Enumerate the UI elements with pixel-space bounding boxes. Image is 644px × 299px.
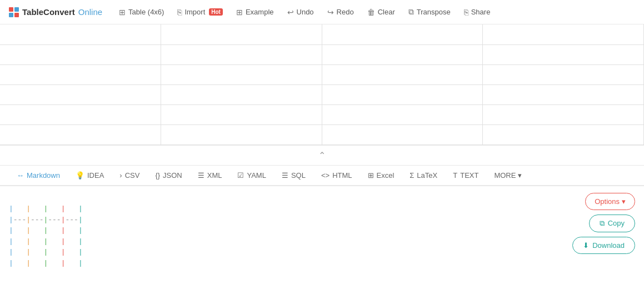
example-button[interactable]: ⊞ Example xyxy=(231,6,279,19)
collapse-button[interactable]: ⌃ xyxy=(307,149,337,162)
cell[interactable] xyxy=(322,124,483,144)
markdown-icon: ↔ xyxy=(17,171,24,180)
table-icon: ⊞ xyxy=(119,8,126,17)
header: TableConvert Online ⊞ Table (4x6) ⎘ Impo… xyxy=(0,0,644,24)
cell[interactable] xyxy=(322,44,483,64)
download-icon: ⬇ xyxy=(583,241,589,250)
idea-icon: 💡 xyxy=(76,171,84,180)
redo-icon: ↪ xyxy=(327,8,334,17)
cell[interactable] xyxy=(483,44,644,64)
cell[interactable] xyxy=(322,64,483,84)
cell[interactable] xyxy=(0,64,161,84)
cell[interactable] xyxy=(483,104,644,124)
table-container xyxy=(0,24,644,145)
cell[interactable] xyxy=(161,104,322,124)
cell[interactable] xyxy=(483,24,644,44)
copy-button[interactable]: ⧉ Copy xyxy=(589,215,635,232)
cell[interactable] xyxy=(0,24,161,44)
download-button[interactable]: ⬇ Download xyxy=(572,237,635,254)
redo-button[interactable]: ↪ Redo xyxy=(322,6,360,19)
import-button[interactable]: ⎘ Import Hot xyxy=(172,6,228,19)
cell[interactable] xyxy=(161,64,322,84)
cell[interactable] xyxy=(161,24,322,44)
tab-html[interactable]: <> HTML xyxy=(313,166,360,186)
cell[interactable] xyxy=(483,84,644,104)
options-button[interactable]: Options ▾ xyxy=(585,193,635,210)
cell[interactable] xyxy=(161,124,322,144)
logo-text-sub: Online xyxy=(78,7,102,17)
table-row xyxy=(0,104,644,124)
tab-idea[interactable]: 💡 IDEA xyxy=(68,166,112,186)
cell[interactable] xyxy=(0,104,161,124)
cell[interactable] xyxy=(0,124,161,144)
cell[interactable] xyxy=(322,104,483,124)
tab-latex[interactable]: Σ LaTeX xyxy=(402,166,445,186)
options-label: Options xyxy=(595,197,620,206)
table-row xyxy=(0,124,644,144)
output-code[interactable]: | | | | | |---|---|---|---| | | | | | | … xyxy=(9,193,563,285)
table-row xyxy=(0,44,644,64)
share-button[interactable]: ⎘ Share xyxy=(458,6,496,19)
table-row xyxy=(0,24,644,44)
spreadsheet-table[interactable] xyxy=(0,24,644,145)
text-icon: T xyxy=(453,171,457,180)
download-label: Download xyxy=(592,241,625,250)
yaml-icon: ☑ xyxy=(237,171,244,180)
chevron-down-icon: ▾ xyxy=(622,197,626,206)
tab-csv[interactable]: › CSV xyxy=(112,166,147,186)
cell[interactable] xyxy=(322,84,483,104)
cell[interactable] xyxy=(483,64,644,84)
output-actions: Options ▾ ⧉ Copy ⬇ Download xyxy=(563,193,635,285)
tab-markdown[interactable]: ↔ Markdown xyxy=(9,166,68,186)
latex-icon: Σ xyxy=(410,171,414,180)
tab-xml[interactable]: ☰ XML xyxy=(190,166,230,186)
cell[interactable] xyxy=(0,44,161,64)
cell[interactable] xyxy=(161,84,322,104)
tab-excel[interactable]: ⊞ Excel xyxy=(360,166,402,186)
hot-badge: Hot xyxy=(209,8,223,16)
undo-button[interactable]: ↩ Undo xyxy=(282,6,319,19)
clear-button[interactable]: 🗑 Clear xyxy=(362,6,401,19)
transpose-button[interactable]: ⧉ Transpose xyxy=(403,5,456,19)
example-icon: ⊞ xyxy=(236,8,243,17)
cell[interactable] xyxy=(0,84,161,104)
csv-icon: › xyxy=(119,171,122,180)
output-area: | | | | | |---|---|---|---| | | | | | | … xyxy=(0,186,644,291)
xml-icon: ☰ xyxy=(198,171,204,180)
cell[interactable] xyxy=(161,44,322,64)
excel-icon: ⊞ xyxy=(368,171,374,180)
tab-text[interactable]: T TEXT xyxy=(445,166,486,186)
json-icon: {} xyxy=(155,171,160,180)
import-icon: ⎘ xyxy=(177,8,182,17)
transpose-icon: ⧉ xyxy=(408,7,414,17)
logo-text-main: TableConvert xyxy=(22,7,75,17)
tab-json[interactable]: {} JSON xyxy=(147,166,189,186)
collapse-row: ⌃ xyxy=(0,145,644,166)
undo-icon: ↩ xyxy=(287,8,294,17)
cell[interactable] xyxy=(322,24,483,44)
share-icon: ⎘ xyxy=(464,8,468,17)
tab-more[interactable]: MORE ▾ xyxy=(486,166,530,186)
logo-link[interactable]: TableConvert Online xyxy=(9,7,102,17)
table-row xyxy=(0,84,644,104)
table-row xyxy=(0,64,644,84)
tab-yaml[interactable]: ☑ YAML xyxy=(229,166,273,186)
bottom-panel: ↔ Markdown 💡 IDEA › CSV {} JSON ☰ XML ☑ … xyxy=(0,166,644,291)
table-button[interactable]: ⊞ Table (4x6) xyxy=(113,6,169,19)
copy-icon: ⧉ xyxy=(600,219,605,228)
trash-icon: 🗑 xyxy=(367,8,375,17)
tabs-bar: ↔ Markdown 💡 IDEA › CSV {} JSON ☰ XML ☑ … xyxy=(0,166,644,186)
cell[interactable] xyxy=(483,124,644,144)
tab-sql[interactable]: ☰ SQL xyxy=(274,166,313,186)
logo-icon xyxy=(9,7,19,17)
sql-icon: ☰ xyxy=(282,171,288,180)
copy-label: Copy xyxy=(608,219,625,227)
html-icon: <> xyxy=(321,171,330,180)
